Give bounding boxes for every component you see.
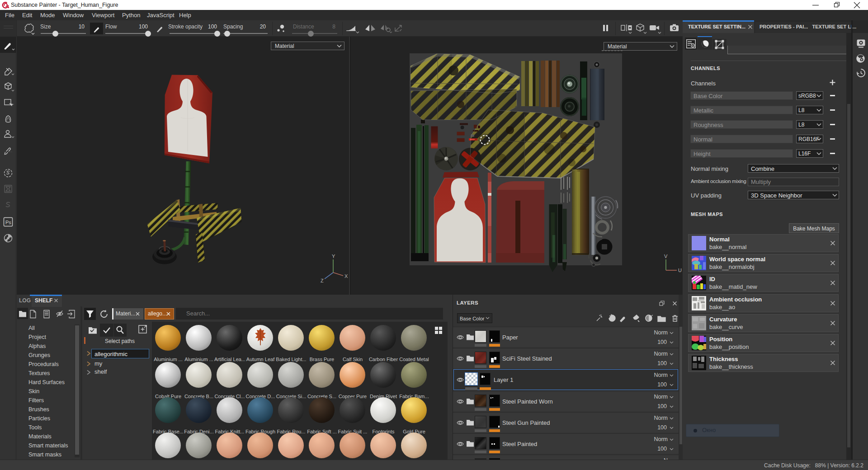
svg-text:V: V <box>664 254 668 259</box>
svg-text:Z: Z <box>321 278 324 283</box>
svg-text:X: X <box>344 273 348 279</box>
svg-text:U: U <box>678 268 682 273</box>
svg-text:Ps: Ps <box>5 220 11 225</box>
svg-text:Y: Y <box>332 254 335 259</box>
